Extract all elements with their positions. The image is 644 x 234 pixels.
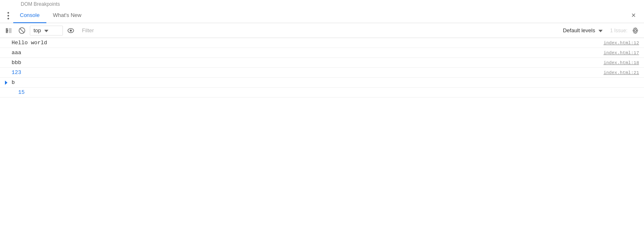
levels-arrow-icon [598, 27, 603, 33]
expand-toggle[interactable] [5, 81, 12, 85]
console-source-link[interactable]: index.html:21 [603, 70, 644, 75]
console-value: b [12, 79, 639, 86]
console-row: bbb index.html:18 [0, 58, 644, 68]
console-row: Hello world index.html:12 [0, 38, 644, 48]
console-value: bbb [12, 60, 603, 66]
issues-count: 1 Issue: [610, 28, 627, 33]
tab-console[interactable]: Console [13, 8, 46, 23]
console-row: b [0, 78, 644, 88]
console-output: Hello world index.html:12 aaa index.html… [0, 38, 644, 234]
sidebar-toggle-icon [5, 27, 12, 34]
console-source-link[interactable]: index.html:18 [603, 60, 644, 65]
console-value: 15 [18, 89, 639, 96]
levels-label: Default levels [563, 27, 595, 33]
svg-line-4 [20, 29, 24, 33]
eye-icon [67, 27, 74, 34]
svg-rect-1 [9, 28, 12, 33]
tab-whats-new[interactable]: What's New [46, 8, 88, 23]
context-selector[interactable]: top [30, 26, 63, 36]
console-row: 123 index.html:21 [0, 68, 644, 78]
svg-point-7 [634, 29, 637, 31]
console-value: 123 [12, 69, 603, 76]
tab-console-label: Console [20, 12, 40, 18]
tab-whats-new-label: What's New [53, 12, 82, 18]
clear-console-button[interactable] [17, 25, 27, 36]
close-button[interactable]: × [626, 8, 641, 23]
console-toolbar: top Default levels 1 Issue: [0, 23, 644, 38]
svg-point-6 [70, 29, 72, 31]
breadcrumb: DOM Breakpoints [0, 0, 644, 8]
console-row: 15 [0, 88, 644, 98]
console-settings-button[interactable] [630, 25, 641, 36]
devtools-panel: DOM Breakpoints Console What's New × [0, 0, 644, 234]
console-value: Hello world [12, 40, 603, 46]
filter-input[interactable] [79, 26, 557, 36]
context-label: top [34, 27, 41, 33]
breadcrumb-text: DOM Breakpoints [21, 1, 60, 7]
console-value: aaa [12, 50, 603, 56]
gear-icon [632, 27, 639, 34]
clear-console-icon [19, 27, 25, 34]
more-tabs-button[interactable] [3, 12, 13, 19]
log-levels-selector[interactable]: Default levels [560, 26, 606, 36]
console-row: aaa index.html:17 [0, 48, 644, 58]
console-source-link[interactable]: index.html:17 [603, 50, 644, 55]
sidebar-toggle-button[interactable] [3, 25, 14, 36]
tab-bar: Console What's New × [0, 8, 644, 23]
context-arrow-icon [44, 27, 48, 33]
live-expression-button[interactable] [65, 25, 76, 36]
console-source-link[interactable]: index.html:12 [603, 41, 644, 45]
